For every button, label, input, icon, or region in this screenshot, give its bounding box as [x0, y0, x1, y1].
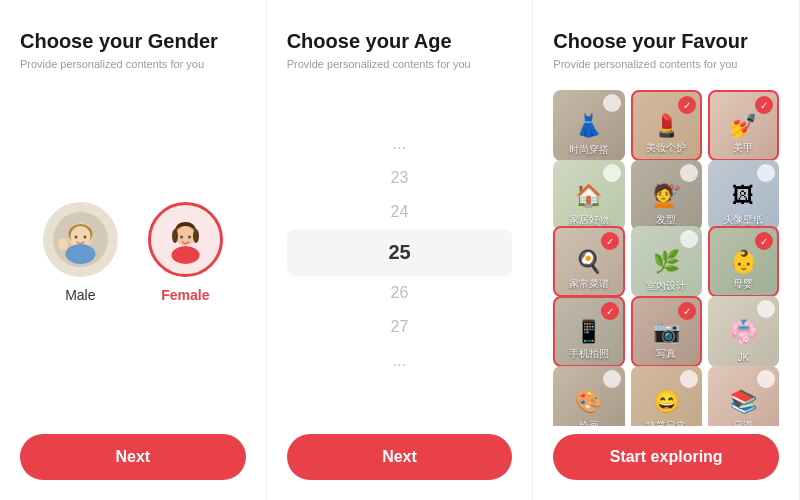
favour-item[interactable]: 💇发型: [631, 160, 702, 231]
gender-panel: Choose your Gender Provide personalized …: [0, 0, 267, 500]
favour-check-icon: [757, 164, 775, 182]
svg-point-5: [83, 235, 86, 238]
favour-label: 美妆个护: [633, 141, 700, 155]
favour-check-icon: [680, 370, 698, 388]
age-item[interactable]: 23: [287, 161, 513, 195]
svg-point-12: [188, 235, 191, 238]
favour-label: 日漫: [708, 419, 779, 426]
favour-label: 搞笑日常: [631, 419, 702, 426]
female-avatar: [148, 202, 223, 277]
favour-subtitle: Provide personalized contents for you: [553, 58, 779, 70]
favour-check-icon: ✓: [601, 302, 619, 320]
gender-next-button[interactable]: Next: [20, 434, 246, 480]
age-panel: Choose your Age Provide personalized con…: [267, 0, 534, 500]
favour-item[interactable]: 💄美妆个护✓: [631, 90, 702, 161]
favour-item[interactable]: 📱手机拍照✓: [553, 296, 624, 367]
favour-item[interactable]: 👗时尚穿搭: [553, 90, 624, 161]
favour-item[interactable]: 💅美甲✓: [708, 90, 779, 161]
favour-label: 母婴: [710, 277, 777, 291]
favour-check-icon: ✓: [755, 96, 773, 114]
favour-item[interactable]: 🎨绘画: [553, 366, 624, 426]
favour-label: 家常菜谱: [555, 277, 622, 291]
favour-check-icon: [603, 164, 621, 182]
favour-item[interactable]: 👶母婴✓: [708, 226, 779, 297]
svg-point-15: [193, 229, 199, 243]
svg-point-4: [74, 235, 77, 238]
favour-label: 绘画: [553, 419, 624, 426]
favour-label: 时尚穿搭: [553, 143, 624, 157]
gender-female[interactable]: Female: [148, 202, 223, 303]
age-title: Choose your Age: [287, 30, 513, 53]
svg-point-13: [171, 246, 199, 264]
age-picker: ...2324252627...: [287, 90, 513, 434]
favour-item[interactable]: 🖼头像壁纸: [708, 160, 779, 231]
favour-label: JK: [708, 352, 779, 363]
favour-item[interactable]: 🍳家常菜谱✓: [553, 226, 624, 297]
age-subtitle: Provide personalized contents for you: [287, 58, 513, 70]
favour-panel: Choose your Favour Provide personalized …: [533, 0, 800, 500]
favour-title: Choose your Favour: [553, 30, 779, 53]
gender-subtitle: Provide personalized contents for you: [20, 58, 246, 70]
favour-label: 室内设计: [631, 279, 702, 293]
age-item[interactable]: 25: [287, 229, 513, 276]
male-label: Male: [65, 287, 95, 303]
svg-point-14: [172, 229, 178, 243]
favour-check-icon: ✓: [601, 232, 619, 250]
favour-item[interactable]: 📷写真✓: [631, 296, 702, 367]
age-next-button[interactable]: Next: [287, 434, 513, 480]
favour-check-icon: [603, 370, 621, 388]
favour-label: 美甲: [710, 141, 777, 155]
favour-check-icon: [680, 164, 698, 182]
age-item[interactable]: ...: [287, 344, 513, 378]
favour-grid: 👗时尚穿搭💄美妆个护✓💅美甲✓🏠家居好物💇发型🖼头像壁纸🍳家常菜谱✓🌿室内设计👶…: [553, 90, 779, 426]
favour-item[interactable]: 👘JK: [708, 296, 779, 367]
female-label: Female: [161, 287, 209, 303]
age-item[interactable]: 24: [287, 195, 513, 229]
favour-check-icon: ✓: [755, 232, 773, 250]
age-item[interactable]: 26: [287, 276, 513, 310]
favour-label: 手机拍照: [555, 347, 622, 361]
favour-item[interactable]: 🏠家居好物: [553, 160, 624, 231]
favour-check-icon: [680, 230, 698, 248]
gender-male[interactable]: Male: [43, 202, 118, 303]
gender-options: Male Female: [20, 90, 246, 434]
favour-check-icon: ✓: [678, 96, 696, 114]
age-item[interactable]: ...: [287, 127, 513, 161]
favour-label: 写真: [633, 347, 700, 361]
favour-check-icon: [603, 94, 621, 112]
gender-title: Choose your Gender: [20, 30, 246, 53]
svg-point-6: [65, 244, 95, 264]
favour-item[interactable]: 🌿室内设计: [631, 226, 702, 297]
favour-item[interactable]: 😄搞笑日常: [631, 366, 702, 426]
favour-start-button[interactable]: Start exploring: [553, 434, 779, 480]
age-item[interactable]: 27: [287, 310, 513, 344]
favour-check-icon: [757, 370, 775, 388]
favour-item[interactable]: 📚日漫: [708, 366, 779, 426]
svg-point-11: [180, 235, 183, 238]
favour-check-icon: [757, 300, 775, 318]
male-avatar: [43, 202, 118, 277]
favour-check-icon: ✓: [678, 302, 696, 320]
